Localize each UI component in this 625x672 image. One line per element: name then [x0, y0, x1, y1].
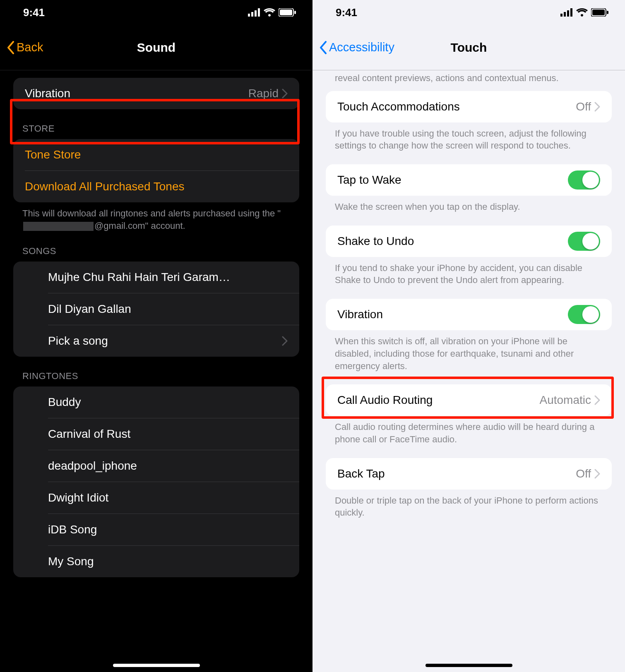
- touch-accom-footer: If you have trouble using the touch scre…: [326, 122, 612, 152]
- download-all-tones-row[interactable]: Download All Purchased Tones: [13, 171, 299, 202]
- status-time: 9:41: [23, 6, 45, 19]
- svg-rect-7: [560, 14, 562, 17]
- shake-to-undo-row[interactable]: Shake to Undo: [326, 226, 612, 257]
- store-header: STORE: [13, 109, 299, 139]
- back-button[interactable]: Back: [3, 37, 46, 58]
- svg-rect-6: [294, 11, 296, 14]
- svg-rect-3: [258, 8, 260, 17]
- touch-accommodations-row[interactable]: Touch Accommodations Off: [326, 91, 612, 122]
- cellular-icon: [560, 8, 573, 17]
- ringtone-row[interactable]: Buddy: [13, 386, 299, 418]
- wifi-icon: [576, 8, 588, 17]
- store-group: Tone Store Download All Purchased Tones: [13, 139, 299, 202]
- svg-rect-2: [255, 10, 257, 17]
- back-label: Back: [17, 41, 43, 54]
- chevron-right-icon: [594, 469, 600, 479]
- battery-icon: [591, 8, 608, 17]
- battery-icon: [279, 8, 296, 17]
- vibration-label: Vibration: [25, 87, 248, 100]
- status-bar: 9:41: [312, 0, 625, 25]
- cellular-icon: [248, 8, 260, 17]
- ringtones-group: Buddy Carnival of Rust deadpool_iphone D…: [13, 386, 299, 577]
- back-tap-footer: Double or triple tap on the back of your…: [326, 490, 612, 519]
- chevron-left-icon: [319, 41, 327, 54]
- vibration-group: Vibration Rapid: [13, 78, 299, 109]
- tap-wake-footer: Wake the screen when you tap on the disp…: [326, 196, 612, 213]
- svg-rect-5: [280, 10, 292, 15]
- vibration-toggle[interactable]: [568, 305, 600, 324]
- redacted-email: [23, 222, 94, 231]
- vibration-value: Rapid: [248, 87, 279, 100]
- status-time: 9:41: [336, 6, 357, 19]
- call-audio-routing-row[interactable]: Call Audio Routing Automatic: [326, 384, 612, 416]
- back-tap-row[interactable]: Back Tap Off: [326, 458, 612, 490]
- status-bar: 9:41: [0, 0, 312, 25]
- svg-rect-9: [567, 10, 569, 17]
- song-row[interactable]: Dil Diyan Gallan: [13, 293, 299, 325]
- vibration-footer: When this switch is off, all vibration o…: [326, 330, 612, 372]
- vibration-row[interactable]: Vibration: [326, 299, 612, 330]
- chevron-right-icon: [282, 336, 288, 346]
- svg-rect-10: [570, 8, 572, 17]
- back-label: Accessibility: [329, 41, 394, 54]
- ringtones-header: RINGTONES: [13, 357, 299, 386]
- home-indicator: [425, 664, 512, 667]
- status-indicators: [560, 8, 608, 17]
- call-audio-footer: Call audio routing determines where audi…: [326, 416, 612, 445]
- tap-to-wake-row[interactable]: Tap to Wake: [326, 164, 612, 196]
- page-title: Sound: [0, 41, 312, 55]
- shake-toggle[interactable]: [568, 232, 600, 251]
- chevron-right-icon: [594, 395, 600, 405]
- peek-footer: reveal content previews, actions and con…: [326, 70, 612, 91]
- home-indicator: [113, 664, 200, 667]
- svg-rect-13: [607, 11, 608, 14]
- store-footer: This will download all ringtones and ale…: [13, 202, 299, 232]
- svg-rect-12: [592, 10, 605, 15]
- chevron-right-icon: [594, 102, 600, 112]
- svg-rect-1: [251, 12, 253, 17]
- ringtone-row[interactable]: Dwight Idiot: [13, 482, 299, 514]
- songs-header: SONGS: [13, 232, 299, 262]
- chevron-left-icon: [7, 41, 15, 54]
- back-button[interactable]: Accessibility: [316, 37, 398, 58]
- nav-bar: Accessibility Touch: [312, 25, 625, 70]
- wifi-icon: [264, 8, 275, 17]
- pick-song-row[interactable]: Pick a song: [13, 325, 299, 357]
- right-phone-touch-settings: 9:41 Accessibility Touch reveal content …: [312, 0, 625, 672]
- songs-group: Mujhe Chu Rahi Hain Teri Garam… Dil Diya…: [13, 262, 299, 357]
- ringtone-row[interactable]: My Song: [13, 546, 299, 577]
- tone-store-row[interactable]: Tone Store: [13, 139, 299, 170]
- ringtone-row[interactable]: deadpool_iphone: [13, 450, 299, 482]
- status-indicators: [248, 8, 296, 17]
- shake-footer: If you tend to shake your iPhone by acci…: [326, 257, 612, 286]
- ringtone-row[interactable]: iDB Song: [13, 514, 299, 545]
- ringtone-row[interactable]: Carnival of Rust: [13, 418, 299, 450]
- song-row[interactable]: Mujhe Chu Rahi Hain Teri Garam…: [13, 262, 299, 293]
- svg-rect-0: [248, 14, 250, 17]
- svg-rect-8: [564, 12, 566, 17]
- vibration-row[interactable]: Vibration Rapid: [13, 78, 299, 109]
- left-phone-sound-settings: 9:41 Back Sound Vibration Rapid: [0, 0, 312, 672]
- chevron-right-icon: [282, 89, 288, 98]
- tap-to-wake-toggle[interactable]: [568, 170, 600, 190]
- nav-bar: Back Sound: [0, 25, 312, 70]
